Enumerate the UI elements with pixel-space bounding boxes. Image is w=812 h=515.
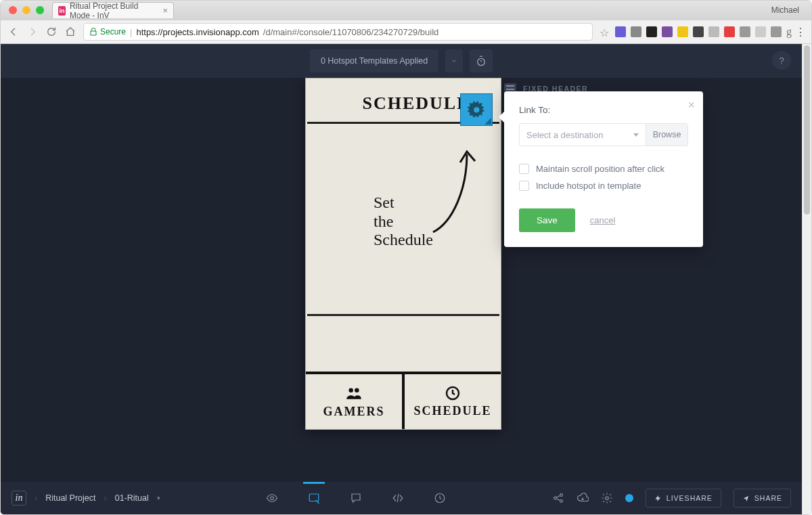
checkbox-icon[interactable] <box>519 181 529 191</box>
url-path: /d/main#/console/11070806/234270729/buil… <box>263 27 439 37</box>
bookmark-star-icon[interactable]: ☆ <box>600 26 610 37</box>
footer-tab-gamers[interactable]: GAMERS <box>306 372 405 429</box>
browser-tab[interactable]: in Ritual Project Build Mode - InV × <box>52 2 174 18</box>
close-tab-icon[interactable]: × <box>162 5 168 16</box>
browser-tabbar: in Ritual Project Build Mode - InV × Mic… <box>1 1 811 20</box>
inspect-mode-button[interactable] <box>389 487 407 510</box>
extension-icon[interactable] <box>724 26 735 37</box>
hotspot-templates-dropdown[interactable] <box>445 49 463 72</box>
chevron-down-icon[interactable]: ▾ <box>157 495 160 501</box>
chrome-profile[interactable]: Michael <box>771 5 799 15</box>
liveshare-button[interactable]: LIVESHARE <box>646 489 721 508</box>
hotspot-templates-button[interactable]: 0 Hotspot Templates Applied <box>310 49 438 72</box>
home-button[interactable] <box>64 26 76 38</box>
app-bottom-bar: in › Ritual Project › 01-Ritual ▾ <box>1 482 802 514</box>
browser-scrollbar[interactable] <box>802 44 811 514</box>
svg-rect-5 <box>310 494 319 501</box>
svg-point-4 <box>271 497 274 500</box>
save-button[interactable]: Save <box>519 208 575 232</box>
svg-point-2 <box>355 388 359 393</box>
minimize-window-icon[interactable] <box>22 6 30 14</box>
extension-icons: ☆ g ⋮ <box>600 26 805 38</box>
hotspot-gear[interactable] <box>460 93 493 126</box>
forward-button[interactable] <box>26 26 39 38</box>
browse-button[interactable]: Browse <box>646 124 687 145</box>
chrome-menu-icon[interactable]: ⋮ <box>796 26 805 37</box>
divider-line <box>307 314 499 316</box>
include-template-checkbox[interactable]: Include hotspot in template <box>519 181 688 191</box>
checkbox-icon[interactable] <box>519 164 529 174</box>
sketch-arrow-icon <box>426 148 480 236</box>
extension-icon[interactable] <box>693 26 704 37</box>
svg-point-10 <box>606 497 609 500</box>
build-mode-button[interactable] <box>305 487 323 510</box>
extension-icon[interactable] <box>771 26 782 37</box>
people-icon <box>345 384 363 402</box>
invision-logo-icon[interactable]: in <box>12 491 26 506</box>
help-button[interactable]: ? <box>772 51 791 70</box>
secure-indicator: Secure <box>89 27 126 37</box>
back-button[interactable] <box>7 26 20 38</box>
mockup-body-text: Set the Schedule <box>374 194 433 250</box>
cancel-button[interactable]: cancel <box>590 215 616 225</box>
extension-icon[interactable] <box>631 26 641 37</box>
extension-icon[interactable] <box>708 26 719 37</box>
zoom-window-icon[interactable] <box>36 6 44 14</box>
link-to-label: Link To: <box>519 105 688 115</box>
invision-app: 0 Hotspot Templates Applied ? SCHEDULE <box>1 44 802 514</box>
comment-mode-button[interactable] <box>347 487 365 510</box>
build-canvas[interactable]: SCHEDULE Set the Schedule <box>1 78 802 482</box>
clock-icon <box>445 385 461 401</box>
hotspot-resize-handle-icon[interactable] <box>484 118 491 125</box>
mockup-footer: GAMERS SCHEDULE <box>306 372 501 429</box>
address-bar: Secure | https://projects.invisionapp.co… <box>1 20 811 44</box>
cloud-download-icon[interactable] <box>577 492 589 504</box>
extension-icon[interactable] <box>615 26 626 37</box>
breadcrumb-screen[interactable]: 01-Ritual <box>115 493 149 503</box>
tab-title: Ritual Project Build Mode - InV <box>70 1 156 20</box>
history-mode-button[interactable] <box>431 487 449 510</box>
breadcrumb-project[interactable]: Ritual Project <box>45 493 95 503</box>
url-host: https://projects.invisionapp.com <box>136 27 258 37</box>
svg-point-1 <box>348 388 353 393</box>
share-button[interactable]: SHARE <box>734 489 791 508</box>
breadcrumb-sep-icon: › <box>104 493 107 503</box>
destination-select[interactable]: Select a destination <box>520 124 646 145</box>
scrollbar-thumb[interactable] <box>804 45 810 215</box>
settings-gear-icon[interactable] <box>601 492 613 504</box>
close-popover-button[interactable]: × <box>687 98 695 112</box>
screen-mockup[interactable]: SCHEDULE Set the Schedule <box>305 78 501 430</box>
extension-icon[interactable] <box>662 26 673 37</box>
share-nodes-icon[interactable] <box>552 492 564 504</box>
hotspot-settings-popover: × Link To: Select a destination Browse M… <box>504 91 703 247</box>
app-toolbar: 0 Hotspot Templates Applied ? <box>1 44 802 78</box>
close-window-icon[interactable] <box>9 6 17 14</box>
extension-icon[interactable] <box>677 26 688 37</box>
mode-tools <box>168 487 544 510</box>
maintain-scroll-checkbox[interactable]: Maintain scroll position after click <box>519 164 688 174</box>
url-input[interactable]: Secure | https://projects.invisionapp.co… <box>83 23 593 41</box>
extension-icon[interactable] <box>646 26 657 37</box>
preview-mode-button[interactable] <box>263 487 281 510</box>
timer-button[interactable] <box>470 49 493 72</box>
breadcrumb-sep-icon: › <box>35 493 37 503</box>
extension-icon[interactable] <box>740 26 750 37</box>
reload-button[interactable] <box>45 26 58 38</box>
extension-icon[interactable]: g <box>786 26 792 38</box>
secure-label: Secure <box>100 27 126 37</box>
footer-tab-schedule[interactable]: SCHEDULE <box>405 372 501 429</box>
window-controls[interactable] <box>9 6 44 14</box>
extension-icon[interactable] <box>755 26 766 37</box>
gear-icon <box>466 99 487 120</box>
favicon-invision-icon: in <box>58 6 66 16</box>
status-dot-icon[interactable] <box>625 494 633 502</box>
